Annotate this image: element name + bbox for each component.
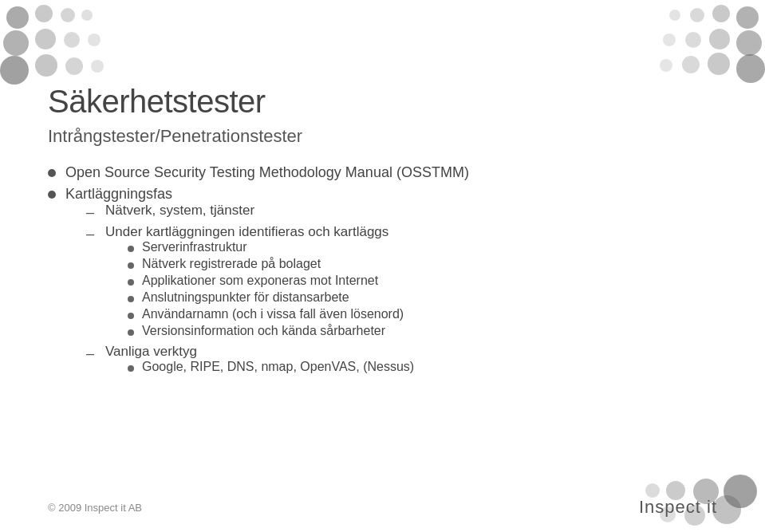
small-bullet-icon — [128, 246, 134, 252]
small-bullet-icon — [128, 313, 134, 319]
copyright-text: © 2009 Inspect it AB — [48, 502, 142, 514]
bullet-icon — [48, 169, 56, 177]
dash-icon: – — [86, 204, 97, 221]
bullet-icon — [48, 191, 56, 199]
sub-list-item: – Vanliga verktyg Google, RIPE, DNS, nma… — [86, 344, 414, 376]
sub-sub-list-item-text: Google, RIPE, DNS, nmap, OpenVAS, (Nessu… — [142, 360, 414, 374]
sub-sub-list-item-text: Serverinfrastruktur — [142, 240, 247, 254]
sub-sub-list-item: Applikationer som exponeras mot Internet — [128, 274, 404, 288]
sub-sub-list-item: Google, RIPE, DNS, nmap, OpenVAS, (Nessu… — [128, 360, 414, 374]
dash-icon: – — [86, 345, 97, 362]
sub-list: – Nätverk, system, tjänster – Under kart… — [86, 203, 414, 376]
sub-list-item-content: Vanliga verktyg Google, RIPE, DNS, nmap,… — [105, 344, 414, 376]
sub-sub-list: Google, RIPE, DNS, nmap, OpenVAS, (Nessu… — [128, 360, 414, 374]
main-content: Säkerhetstester Intrångstester/Penetrati… — [0, 0, 765, 400]
sub-list-item: – Nätverk, system, tjänster — [86, 203, 414, 221]
sub-list-item-text: Nätverk, system, tjänster — [105, 203, 254, 219]
sub-sub-list-item-text: Nätverk registrerade på bolaget — [142, 257, 321, 271]
sub-sub-list-item-text: Anslutningspunkter för distansarbete — [142, 290, 349, 305]
small-bullet-icon — [128, 262, 134, 269]
sub-list-item-text: Under kartläggningen identifieras och ka… — [105, 224, 388, 239]
brand-text: Inspect it — [639, 497, 717, 518]
sub-sub-list-item-text: Versionsinformation och kända sårbarhete… — [142, 324, 385, 338]
main-list: Open Source Security Testing Methodology… — [48, 164, 717, 380]
sub-sub-list-item: Anslutningspunkter för distansarbete — [128, 290, 404, 305]
sub-sub-list-item-text: Applikationer som exponeras mot Internet — [142, 274, 378, 288]
sub-list-item: – Under kartläggningen identifieras och … — [86, 224, 414, 341]
dash-icon: – — [86, 226, 97, 242]
small-bullet-icon — [128, 296, 134, 302]
list-item-text: Kartläggningsfas — [65, 186, 172, 202]
list-item-text: Open Source Security Testing Methodology… — [65, 164, 469, 181]
small-bullet-icon — [128, 365, 134, 372]
small-bullet-icon — [128, 279, 134, 286]
sub-list-item-content: Under kartläggningen identifieras och ka… — [105, 224, 404, 341]
sub-sub-list: Serverinfrastruktur Nätverk registrerade… — [128, 240, 404, 338]
list-item-content: Kartläggningsfas – Nätverk, system, tjän… — [65, 186, 414, 380]
sub-sub-list-item: Serverinfrastruktur — [128, 240, 404, 254]
page-title: Säkerhetstester — [48, 84, 717, 120]
list-item: Open Source Security Testing Methodology… — [48, 164, 717, 181]
footer: © 2009 Inspect it AB Inspect it — [48, 497, 717, 518]
sub-sub-list-item: Versionsinformation och kända sårbarhete… — [128, 324, 404, 338]
sub-sub-list-item: Användarnamn (och i vissa fall även löse… — [128, 307, 404, 321]
sub-sub-list-item: Nätverk registrerade på bolaget — [128, 257, 404, 271]
sub-list-item-text: Vanliga verktyg — [105, 344, 197, 359]
list-item: Kartläggningsfas – Nätverk, system, tjän… — [48, 186, 717, 380]
page-subtitle: Intrångstester/Penetrationstester — [48, 126, 717, 147]
sub-sub-list-item-text: Användarnamn (och i vissa fall även löse… — [142, 307, 404, 321]
small-bullet-icon — [128, 329, 134, 336]
